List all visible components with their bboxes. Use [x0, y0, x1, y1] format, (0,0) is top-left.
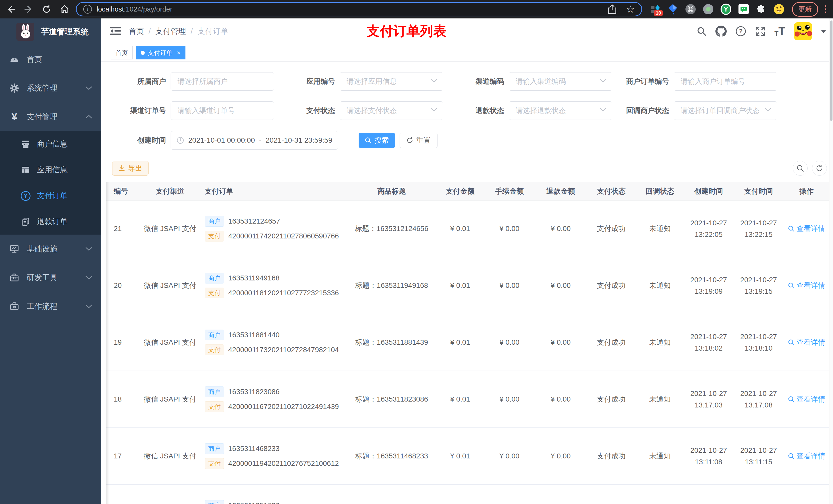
- sidebar-item-merchant-info[interactable]: 商户信息: [0, 131, 101, 157]
- product-title-cell: 标题：1635311949168: [347, 257, 436, 314]
- filter-label: 创建时间: [137, 136, 166, 145]
- view-detail-link[interactable]: 查看详情: [788, 394, 825, 404]
- extension-badge: 10: [654, 10, 663, 16]
- magnifier-icon: [788, 282, 794, 289]
- back-icon[interactable]: [6, 4, 16, 14]
- refresh-button[interactable]: [812, 161, 827, 176]
- forward-icon[interactable]: [24, 4, 34, 14]
- filter-label: 应用编号: [306, 77, 335, 86]
- extension-grid-icon[interactable]: 10: [650, 4, 661, 15]
- tag-pay-order[interactable]: 支付订单 ×: [136, 46, 186, 59]
- channel-order-no: 4200001173202110272847982104: [228, 346, 339, 354]
- pay-status-select[interactable]: [340, 101, 443, 120]
- sidebar-item-system[interactable]: 系统管理: [0, 74, 101, 102]
- actions-cell: 查看详情: [784, 314, 829, 371]
- notify-status-cell: 未通知: [636, 257, 684, 314]
- pay-amount-cell: ¥ 0.01: [436, 371, 484, 428]
- sidebar-item-pay-order[interactable]: ¥ 支付订单: [0, 183, 101, 209]
- toolbox-icon: [9, 273, 20, 282]
- export-button[interactable]: 导出: [112, 161, 148, 176]
- sidebar-item-app-info[interactable]: 应用信息: [0, 157, 101, 183]
- pay-status-cell: 支付成功: [586, 200, 636, 257]
- filter-label: 渠道订单号: [130, 106, 166, 116]
- create-time-range-input[interactable]: 2021-10-01 00:00:00 - 2021-10-31 23:59:5…: [171, 131, 338, 149]
- extension-record-icon[interactable]: [703, 4, 714, 15]
- paid-time-cell: 2021-10-27 13:18:10: [734, 314, 784, 371]
- sidebar-item-label: 支付订单: [37, 191, 68, 201]
- pay-status-cell: 支付成功: [586, 371, 636, 428]
- extensions-puzzle-icon[interactable]: [756, 4, 767, 15]
- browser-menu-icon[interactable]: [824, 4, 827, 14]
- help-icon[interactable]: ?: [735, 26, 746, 37]
- view-detail-link[interactable]: 查看详情: [788, 451, 825, 461]
- page-scrollbar[interactable]: [829, 19, 833, 504]
- sidebar-item-devtools[interactable]: 研发工具: [0, 263, 101, 292]
- sidebar-item-infra[interactable]: 基础设施: [0, 235, 101, 263]
- home-icon[interactable]: [60, 4, 70, 14]
- user-avatar[interactable]: [794, 22, 812, 40]
- bookmark-star-icon[interactable]: ☆: [626, 4, 635, 14]
- paid-time-cell: [734, 484, 784, 504]
- notify-status-select[interactable]: [674, 101, 777, 120]
- reset-button[interactable]: 重置: [400, 133, 437, 148]
- avatar-caret-icon[interactable]: [821, 30, 826, 33]
- yen-icon: ¥: [9, 112, 20, 122]
- search-icon[interactable]: [696, 26, 707, 37]
- toggle-search-button[interactable]: [793, 161, 808, 176]
- font-size-icon[interactable]: TT: [774, 26, 785, 37]
- product-title-cell: [347, 484, 436, 504]
- table-row: 21 微信 JSAPI 支付 商户 1635312124657 支付 42000…: [106, 200, 829, 257]
- filter-label: 退款状态: [475, 106, 504, 116]
- channel-code-select[interactable]: [509, 72, 612, 91]
- filter-label: 回调商户状态: [626, 106, 669, 116]
- profile-emoji-icon[interactable]: [774, 4, 784, 15]
- created-time-cell: 2021-10-27 13:18:02: [684, 314, 734, 371]
- browser-update-button[interactable]: 更新: [792, 2, 818, 17]
- extension-chat-icon[interactable]: [738, 4, 749, 15]
- main-area: 首页 / 支付管理 / 支付订单 支付订单列表 ? TT: [101, 19, 833, 504]
- pay-amount-cell: [436, 484, 484, 504]
- extension-y-icon[interactable]: Y: [720, 4, 731, 15]
- sidebar-toggle-icon[interactable]: [110, 26, 121, 36]
- fee-amount-cell: ¥ 0.00: [484, 371, 535, 428]
- browser-nav-buttons: [6, 4, 70, 14]
- share-icon[interactable]: [608, 4, 616, 14]
- url-bar[interactable]: i localhost:1024/pay/order ☆: [76, 2, 642, 16]
- extension-command-icon[interactable]: [685, 4, 696, 15]
- fullscreen-icon[interactable]: [755, 26, 766, 37]
- channel-order-no-input[interactable]: [171, 101, 274, 120]
- sidebar-item-home[interactable]: 首页: [0, 45, 101, 74]
- view-detail-link[interactable]: 查看详情: [788, 338, 825, 347]
- github-icon[interactable]: [715, 26, 727, 37]
- app-select[interactable]: [340, 72, 443, 91]
- notify-status-cell: [636, 484, 684, 504]
- reload-icon[interactable]: [42, 4, 52, 14]
- tag-close-icon[interactable]: ×: [177, 49, 181, 56]
- tag-home[interactable]: 首页: [111, 46, 133, 59]
- refund-status-select[interactable]: [509, 101, 612, 120]
- pay-tag: 支付: [205, 458, 224, 469]
- site-info-icon[interactable]: i: [83, 5, 92, 14]
- sidebar-item-label: 支付管理: [27, 112, 57, 122]
- pay-status-cell: 支付成功: [586, 314, 636, 371]
- sidebar-item-payment[interactable]: ¥ 支付管理: [0, 102, 101, 131]
- pay-order-cell: 商户 1635312124657 支付 42000011742021102780…: [205, 200, 347, 257]
- merchant-order-no-input[interactable]: [674, 72, 777, 91]
- filter-label: 商户订单编号: [626, 77, 669, 86]
- merchant-tag: 商户: [205, 386, 224, 397]
- extension-kite-icon[interactable]: [668, 4, 678, 15]
- search-button[interactable]: 搜索: [359, 133, 395, 148]
- channel-order-no: 4200001181202110277723215336: [228, 289, 339, 297]
- merchant-input[interactable]: [171, 72, 274, 91]
- fee-amount-cell: ¥ 0.00: [484, 257, 535, 314]
- view-detail-link[interactable]: 查看详情: [788, 281, 825, 290]
- view-detail-link[interactable]: 查看详情: [788, 224, 825, 234]
- sidebar-item-workflow[interactable]: 工作流程: [0, 292, 101, 321]
- col-header-status: 支付状态: [586, 182, 636, 200]
- breadcrumb-home[interactable]: 首页: [128, 26, 144, 37]
- created-time-cell: 2021-10-27 13:19:09: [684, 257, 734, 314]
- sidebar-item-refund-order[interactable]: 退款订单: [0, 209, 101, 235]
- chevron-down-icon: [86, 86, 92, 90]
- breadcrumb-payment[interactable]: 支付管理: [155, 26, 186, 37]
- scrollbar-thumb[interactable]: [830, 21, 832, 121]
